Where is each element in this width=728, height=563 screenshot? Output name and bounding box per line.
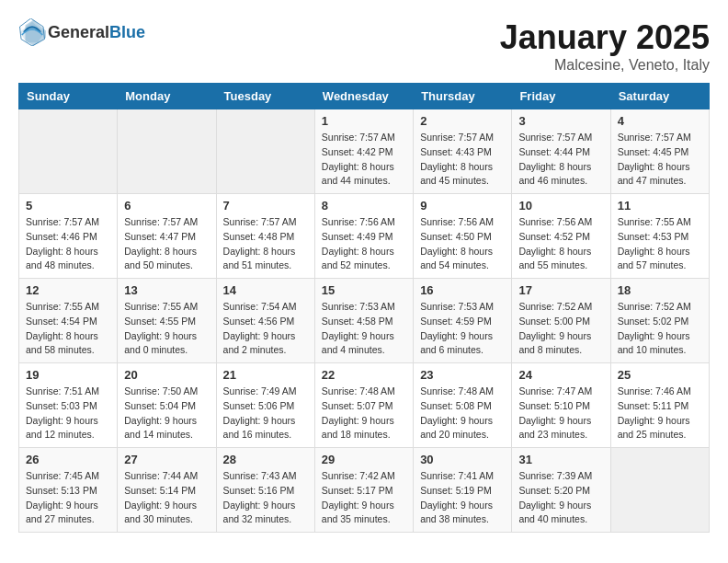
logo-icon: [18, 18, 46, 46]
day-info: Sunrise: 7:39 AM Sunset: 5:20 PM Dayligh…: [518, 469, 603, 527]
day-number: 16: [420, 283, 505, 297]
calendar-cell: 29Sunrise: 7:42 AM Sunset: 5:17 PM Dayli…: [314, 448, 413, 533]
calendar-cell: 20Sunrise: 7:50 AM Sunset: 5:04 PM Dayli…: [118, 363, 216, 448]
day-info: Sunrise: 7:56 AM Sunset: 4:49 PM Dayligh…: [322, 215, 406, 273]
day-number: 10: [518, 199, 603, 213]
calendar-cell: [19, 109, 118, 194]
day-info: Sunrise: 7:44 AM Sunset: 5:14 PM Dayligh…: [124, 469, 209, 527]
calendar-cell: 26Sunrise: 7:45 AM Sunset: 5:13 PM Dayli…: [19, 448, 118, 533]
day-info: Sunrise: 7:57 AM Sunset: 4:44 PM Dayligh…: [518, 131, 603, 189]
calendar-week-row: 5Sunrise: 7:57 AM Sunset: 4:46 PM Daylig…: [19, 194, 710, 279]
day-info: Sunrise: 7:48 AM Sunset: 5:08 PM Dayligh…: [420, 385, 505, 442]
calendar-cell: [216, 109, 314, 194]
weekday-header-thursday: Thursday: [414, 84, 512, 109]
calendar-cell: 5Sunrise: 7:57 AM Sunset: 4:46 PM Daylig…: [19, 194, 118, 279]
day-number: 28: [223, 453, 308, 466]
day-number: 14: [223, 283, 308, 297]
day-info: Sunrise: 7:55 AM Sunset: 4:54 PM Dayligh…: [26, 300, 110, 358]
day-number: 3: [518, 114, 603, 128]
calendar-cell: 13Sunrise: 7:55 AM Sunset: 4:55 PM Dayli…: [118, 279, 216, 363]
day-number: 26: [26, 453, 110, 466]
calendar-cell: 14Sunrise: 7:54 AM Sunset: 4:56 PM Dayli…: [216, 279, 314, 363]
calendar-cell: 16Sunrise: 7:53 AM Sunset: 4:59 PM Dayli…: [414, 279, 512, 363]
month-year-title: January 2025: [500, 18, 710, 57]
calendar-cell: 2Sunrise: 7:57 AM Sunset: 4:43 PM Daylig…: [414, 109, 512, 194]
day-number: 11: [618, 199, 702, 213]
day-number: 29: [322, 453, 406, 466]
calendar-week-row: 26Sunrise: 7:45 AM Sunset: 5:13 PM Dayli…: [19, 448, 710, 533]
day-number: 2: [420, 114, 505, 128]
day-info: Sunrise: 7:52 AM Sunset: 5:00 PM Dayligh…: [518, 300, 603, 358]
day-number: 27: [124, 453, 209, 466]
day-number: 15: [322, 283, 406, 297]
calendar-cell: 17Sunrise: 7:52 AM Sunset: 5:00 PM Dayli…: [512, 279, 610, 363]
day-number: 8: [322, 199, 406, 213]
calendar-week-row: 1Sunrise: 7:57 AM Sunset: 4:42 PM Daylig…: [19, 109, 710, 194]
day-number: 31: [518, 453, 603, 466]
day-number: 18: [618, 283, 702, 297]
day-info: Sunrise: 7:49 AM Sunset: 5:06 PM Dayligh…: [223, 385, 308, 442]
day-info: Sunrise: 7:57 AM Sunset: 4:45 PM Dayligh…: [618, 131, 702, 189]
day-info: Sunrise: 7:48 AM Sunset: 5:07 PM Dayligh…: [322, 385, 406, 442]
day-number: 21: [223, 368, 308, 382]
day-info: Sunrise: 7:51 AM Sunset: 5:03 PM Dayligh…: [26, 385, 110, 442]
day-info: Sunrise: 7:42 AM Sunset: 5:17 PM Dayligh…: [322, 469, 406, 527]
calendar-cell: 10Sunrise: 7:56 AM Sunset: 4:52 PM Dayli…: [512, 194, 610, 279]
day-number: 4: [618, 114, 702, 128]
day-info: Sunrise: 7:45 AM Sunset: 5:13 PM Dayligh…: [26, 469, 110, 527]
calendar-cell: 24Sunrise: 7:47 AM Sunset: 5:10 PM Dayli…: [512, 363, 610, 448]
location-label: Malcesine, Veneto, Italy: [500, 57, 710, 74]
calendar-cell: 25Sunrise: 7:46 AM Sunset: 5:11 PM Dayli…: [610, 363, 709, 448]
day-number: 7: [223, 199, 308, 213]
day-info: Sunrise: 7:43 AM Sunset: 5:16 PM Dayligh…: [223, 469, 308, 527]
calendar-cell: 28Sunrise: 7:43 AM Sunset: 5:16 PM Dayli…: [216, 448, 314, 533]
day-info: Sunrise: 7:52 AM Sunset: 5:02 PM Dayligh…: [618, 300, 702, 358]
day-info: Sunrise: 7:54 AM Sunset: 4:56 PM Dayligh…: [223, 300, 308, 358]
day-info: Sunrise: 7:57 AM Sunset: 4:42 PM Dayligh…: [322, 131, 406, 189]
day-number: 12: [26, 283, 110, 297]
day-number: 20: [124, 368, 209, 382]
calendar-cell: 12Sunrise: 7:55 AM Sunset: 4:54 PM Dayli…: [19, 279, 118, 363]
weekday-header-friday: Friday: [512, 84, 610, 109]
weekday-header-sunday: Sunday: [19, 84, 118, 109]
calendar-week-row: 19Sunrise: 7:51 AM Sunset: 5:03 PM Dayli…: [19, 363, 710, 448]
weekday-header-saturday: Saturday: [610, 84, 709, 109]
logo: GeneralBlue: [18, 18, 145, 46]
calendar-cell: 7Sunrise: 7:57 AM Sunset: 4:48 PM Daylig…: [216, 194, 314, 279]
calendar-cell: 31Sunrise: 7:39 AM Sunset: 5:20 PM Dayli…: [512, 448, 610, 533]
day-number: 13: [124, 283, 209, 297]
calendar-cell: 9Sunrise: 7:56 AM Sunset: 4:50 PM Daylig…: [414, 194, 512, 279]
day-info: Sunrise: 7:57 AM Sunset: 4:48 PM Dayligh…: [223, 215, 308, 273]
calendar-cell: 27Sunrise: 7:44 AM Sunset: 5:14 PM Dayli…: [118, 448, 216, 533]
day-number: 22: [322, 368, 406, 382]
weekday-header-wednesday: Wednesday: [314, 84, 413, 109]
day-info: Sunrise: 7:50 AM Sunset: 5:04 PM Dayligh…: [124, 385, 209, 442]
day-info: Sunrise: 7:47 AM Sunset: 5:10 PM Dayligh…: [518, 385, 603, 442]
calendar-table: SundayMondayTuesdayWednesdayThursdayFrid…: [18, 83, 710, 533]
calendar-cell: 22Sunrise: 7:48 AM Sunset: 5:07 PM Dayli…: [314, 363, 413, 448]
day-info: Sunrise: 7:57 AM Sunset: 4:43 PM Dayligh…: [420, 131, 505, 189]
day-number: 1: [322, 114, 406, 128]
day-number: 23: [420, 368, 505, 382]
day-number: 25: [618, 368, 702, 382]
weekday-header-monday: Monday: [118, 84, 216, 109]
calendar-cell: 21Sunrise: 7:49 AM Sunset: 5:06 PM Dayli…: [216, 363, 314, 448]
day-info: Sunrise: 7:53 AM Sunset: 4:59 PM Dayligh…: [420, 300, 505, 358]
day-info: Sunrise: 7:53 AM Sunset: 4:58 PM Dayligh…: [322, 300, 406, 358]
calendar-cell: 1Sunrise: 7:57 AM Sunset: 4:42 PM Daylig…: [314, 109, 413, 194]
calendar-cell: 4Sunrise: 7:57 AM Sunset: 4:45 PM Daylig…: [610, 109, 709, 194]
calendar-cell: 19Sunrise: 7:51 AM Sunset: 5:03 PM Dayli…: [19, 363, 118, 448]
calendar-cell: 23Sunrise: 7:48 AM Sunset: 5:08 PM Dayli…: [414, 363, 512, 448]
calendar-cell: 3Sunrise: 7:57 AM Sunset: 4:44 PM Daylig…: [512, 109, 610, 194]
day-info: Sunrise: 7:56 AM Sunset: 4:52 PM Dayligh…: [518, 215, 603, 273]
day-info: Sunrise: 7:55 AM Sunset: 4:55 PM Dayligh…: [124, 300, 209, 358]
calendar-cell: 15Sunrise: 7:53 AM Sunset: 4:58 PM Dayli…: [314, 279, 413, 363]
calendar-cell: [118, 109, 216, 194]
day-number: 24: [518, 368, 603, 382]
day-number: 6: [124, 199, 209, 213]
weekday-header-row: SundayMondayTuesdayWednesdayThursdayFrid…: [19, 84, 710, 109]
calendar-cell: 11Sunrise: 7:55 AM Sunset: 4:53 PM Dayli…: [610, 194, 709, 279]
day-info: Sunrise: 7:56 AM Sunset: 4:50 PM Dayligh…: [420, 215, 505, 273]
title-section: January 2025 Malcesine, Veneto, Italy: [500, 18, 710, 74]
calendar-cell: 18Sunrise: 7:52 AM Sunset: 5:02 PM Dayli…: [610, 279, 709, 363]
